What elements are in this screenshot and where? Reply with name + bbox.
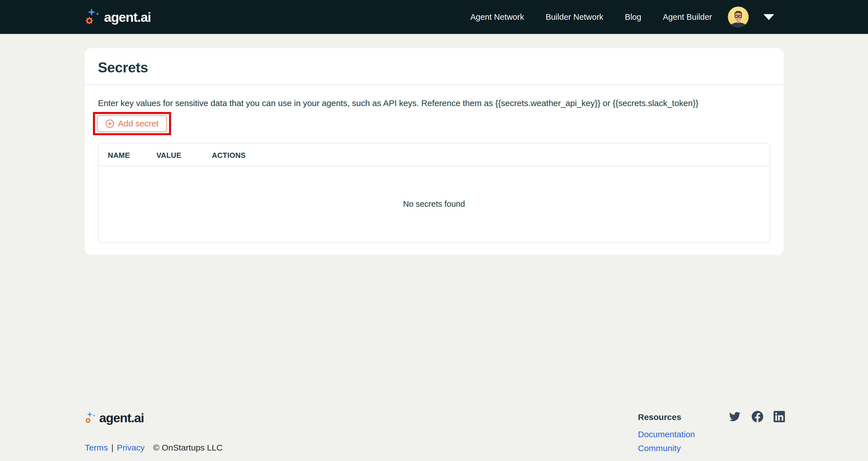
nav-builder-network[interactable]: Builder Network bbox=[546, 12, 603, 22]
community-link[interactable]: Community bbox=[638, 443, 695, 453]
column-header-value: VALUE bbox=[157, 151, 212, 166]
annotation-highlight: Add secret bbox=[93, 112, 171, 135]
nav-agent-builder[interactable]: Agent Builder bbox=[663, 12, 712, 22]
column-header-name: NAME bbox=[108, 151, 157, 166]
secrets-table: NAME VALUE ACTIONS No secrets found bbox=[98, 143, 770, 243]
resources-heading: Resources bbox=[638, 412, 695, 422]
privacy-link[interactable]: Privacy bbox=[117, 443, 145, 453]
footer-logo[interactable]: agent.ai bbox=[85, 411, 144, 425]
nav-blog[interactable]: Blog bbox=[625, 12, 641, 22]
footer-social-icons bbox=[728, 410, 785, 423]
secrets-description: Enter key values for sensitive data that… bbox=[98, 98, 770, 109]
table-header-row: NAME VALUE ACTIONS bbox=[99, 143, 770, 166]
user-avatar[interactable] bbox=[728, 6, 749, 27]
nav-agent-network[interactable]: Agent Network bbox=[470, 12, 524, 22]
copyright-text: © OnStartups LLC bbox=[153, 443, 223, 453]
secrets-card: Secrets Enter key values for sensitive d… bbox=[85, 48, 784, 255]
agent-ai-logo-icon bbox=[85, 411, 97, 425]
empty-state-message: No secrets found bbox=[99, 166, 770, 242]
card-header: Secrets bbox=[85, 48, 784, 85]
footer-logo-text: agent.ai bbox=[99, 411, 144, 425]
header-logo-text: agent.ai bbox=[104, 9, 151, 25]
chevron-down-icon[interactable] bbox=[764, 14, 774, 20]
page-title: Secrets bbox=[98, 59, 770, 76]
footer-legal: Terms | Privacy © OnStartups LLC bbox=[85, 443, 222, 453]
add-secret-button[interactable]: Add secret bbox=[97, 115, 167, 132]
card-body: Enter key values for sensitive data that… bbox=[85, 85, 784, 255]
column-header-actions: ACTIONS bbox=[212, 151, 246, 166]
plus-circle-icon bbox=[105, 119, 114, 128]
documentation-link[interactable]: Documentation bbox=[638, 429, 695, 439]
facebook-icon[interactable] bbox=[751, 411, 764, 423]
twitter-icon[interactable] bbox=[728, 411, 741, 422]
terms-link[interactable]: Terms bbox=[85, 443, 108, 453]
top-navbar: agent.ai Agent Network Builder Network B… bbox=[0, 0, 868, 34]
header-logo[interactable]: agent.ai bbox=[85, 7, 151, 27]
add-secret-label: Add secret bbox=[118, 119, 159, 128]
linkedin-icon[interactable] bbox=[774, 410, 785, 423]
header-nav: Agent Network Builder Network Blog Agent… bbox=[470, 12, 712, 22]
legal-separator: | bbox=[111, 443, 114, 453]
footer-resources: Resources Documentation Community bbox=[638, 412, 695, 457]
agent-ai-logo-icon bbox=[85, 7, 101, 27]
